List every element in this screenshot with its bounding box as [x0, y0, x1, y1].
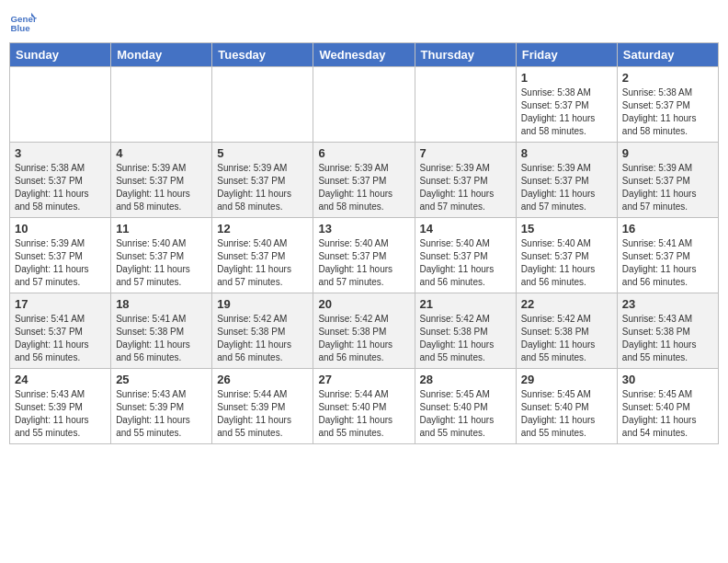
- calendar-cell: 30Sunrise: 5:45 AM Sunset: 5:40 PM Dayli…: [617, 369, 718, 444]
- day-number: 3: [15, 146, 106, 160]
- calendar-cell: 24Sunrise: 5:43 AM Sunset: 5:39 PM Dayli…: [10, 369, 111, 444]
- day-number: 8: [521, 146, 612, 160]
- calendar-cell: 13Sunrise: 5:40 AM Sunset: 5:37 PM Dayli…: [313, 218, 415, 293]
- cell-info: Sunrise: 5:39 AM Sunset: 5:37 PM Dayligh…: [116, 162, 207, 213]
- day-number: 22: [521, 297, 612, 311]
- calendar-cell: 8Sunrise: 5:39 AM Sunset: 5:37 PM Daylig…: [516, 143, 617, 218]
- svg-text:Blue: Blue: [11, 23, 31, 33]
- calendar-cell: 17Sunrise: 5:41 AM Sunset: 5:37 PM Dayli…: [10, 293, 111, 369]
- cell-info: Sunrise: 5:43 AM Sunset: 5:39 PM Dayligh…: [116, 388, 207, 440]
- cell-info: Sunrise: 5:40 AM Sunset: 5:37 PM Dayligh…: [420, 237, 511, 289]
- day-number: 4: [116, 146, 207, 160]
- calendar-cell: 5Sunrise: 5:39 AM Sunset: 5:37 PM Daylig…: [212, 143, 313, 218]
- cell-info: Sunrise: 5:40 AM Sunset: 5:37 PM Dayligh…: [521, 237, 612, 289]
- day-number: 5: [217, 146, 308, 160]
- weekday-wednesday: Wednesday: [313, 43, 415, 67]
- day-number: 24: [15, 373, 106, 386]
- calendar-cell: 23Sunrise: 5:43 AM Sunset: 5:38 PM Dayli…: [617, 293, 718, 369]
- calendar-cell: 1Sunrise: 5:38 AM Sunset: 5:37 PM Daylig…: [516, 67, 617, 143]
- calendar-week-4: 17Sunrise: 5:41 AM Sunset: 5:37 PM Dayli…: [10, 293, 719, 369]
- cell-info: Sunrise: 5:45 AM Sunset: 5:40 PM Dayligh…: [622, 388, 713, 440]
- calendar-cell: 7Sunrise: 5:39 AM Sunset: 5:37 PM Daylig…: [415, 143, 516, 218]
- weekday-thursday: Thursday: [415, 43, 516, 67]
- calendar-cell: 14Sunrise: 5:40 AM Sunset: 5:37 PM Dayli…: [415, 218, 516, 293]
- calendar-week-5: 24Sunrise: 5:43 AM Sunset: 5:39 PM Dayli…: [10, 369, 719, 444]
- calendar-cell: 27Sunrise: 5:44 AM Sunset: 5:40 PM Dayli…: [313, 369, 415, 444]
- calendar-cell: 9Sunrise: 5:39 AM Sunset: 5:37 PM Daylig…: [617, 143, 718, 218]
- day-number: 12: [217, 222, 308, 236]
- day-number: 21: [420, 297, 511, 311]
- day-number: 13: [318, 222, 409, 236]
- day-number: 19: [217, 297, 308, 311]
- cell-info: Sunrise: 5:40 AM Sunset: 5:37 PM Dayligh…: [318, 237, 409, 289]
- cell-info: Sunrise: 5:45 AM Sunset: 5:40 PM Dayligh…: [420, 388, 511, 440]
- calendar-cell: 28Sunrise: 5:45 AM Sunset: 5:40 PM Dayli…: [415, 369, 516, 444]
- cell-info: Sunrise: 5:39 AM Sunset: 5:37 PM Dayligh…: [420, 162, 511, 213]
- calendar-cell: 4Sunrise: 5:39 AM Sunset: 5:37 PM Daylig…: [111, 143, 212, 218]
- logo: General Blue: [9, 9, 37, 37]
- day-number: 26: [217, 373, 308, 386]
- calendar-cell: 26Sunrise: 5:44 AM Sunset: 5:39 PM Dayli…: [212, 369, 313, 444]
- cell-info: Sunrise: 5:42 AM Sunset: 5:38 PM Dayligh…: [420, 313, 511, 364]
- day-number: 30: [622, 373, 713, 386]
- cell-info: Sunrise: 5:39 AM Sunset: 5:37 PM Dayligh…: [622, 162, 713, 213]
- day-number: 11: [116, 222, 207, 236]
- day-number: 16: [622, 222, 713, 236]
- day-number: 2: [622, 71, 713, 85]
- cell-info: Sunrise: 5:42 AM Sunset: 5:38 PM Dayligh…: [217, 313, 308, 364]
- calendar-cell: 3Sunrise: 5:38 AM Sunset: 5:37 PM Daylig…: [10, 143, 111, 218]
- cell-info: Sunrise: 5:38 AM Sunset: 5:37 PM Dayligh…: [15, 162, 106, 213]
- cell-info: Sunrise: 5:45 AM Sunset: 5:40 PM Dayligh…: [521, 388, 612, 440]
- cell-info: Sunrise: 5:42 AM Sunset: 5:38 PM Dayligh…: [521, 313, 612, 364]
- calendar-week-3: 10Sunrise: 5:39 AM Sunset: 5:37 PM Dayli…: [10, 218, 719, 293]
- cell-info: Sunrise: 5:43 AM Sunset: 5:38 PM Dayligh…: [622, 313, 713, 364]
- calendar-cell: 21Sunrise: 5:42 AM Sunset: 5:38 PM Dayli…: [415, 293, 516, 369]
- weekday-sunday: Sunday: [10, 43, 111, 67]
- logo-icon: General Blue: [9, 9, 37, 37]
- calendar-cell: 19Sunrise: 5:42 AM Sunset: 5:38 PM Dayli…: [212, 293, 313, 369]
- weekday-header-row: SundayMondayTuesdayWednesdayThursdayFrid…: [10, 43, 719, 67]
- cell-info: Sunrise: 5:44 AM Sunset: 5:39 PM Dayligh…: [217, 388, 308, 440]
- day-number: 1: [521, 71, 612, 85]
- cell-info: Sunrise: 5:38 AM Sunset: 5:37 PM Dayligh…: [521, 86, 612, 138]
- calendar-cell: 15Sunrise: 5:40 AM Sunset: 5:37 PM Dayli…: [516, 218, 617, 293]
- day-number: 27: [318, 373, 409, 386]
- calendar-body: 1Sunrise: 5:38 AM Sunset: 5:37 PM Daylig…: [10, 67, 719, 444]
- day-number: 25: [116, 373, 207, 386]
- weekday-friday: Friday: [516, 43, 617, 67]
- cell-info: Sunrise: 5:41 AM Sunset: 5:37 PM Dayligh…: [622, 237, 713, 289]
- calendar-cell: 12Sunrise: 5:40 AM Sunset: 5:37 PM Dayli…: [212, 218, 313, 293]
- calendar-cell: 25Sunrise: 5:43 AM Sunset: 5:39 PM Dayli…: [111, 369, 212, 444]
- day-number: 7: [420, 146, 511, 160]
- day-number: 14: [420, 222, 511, 236]
- calendar-cell: 18Sunrise: 5:41 AM Sunset: 5:38 PM Dayli…: [111, 293, 212, 369]
- day-number: 10: [15, 222, 106, 236]
- calendar-cell: 22Sunrise: 5:42 AM Sunset: 5:38 PM Dayli…: [516, 293, 617, 369]
- cell-info: Sunrise: 5:38 AM Sunset: 5:37 PM Dayligh…: [622, 86, 713, 138]
- cell-info: Sunrise: 5:40 AM Sunset: 5:37 PM Dayligh…: [217, 237, 308, 289]
- page-header: General Blue: [9, 9, 719, 37]
- cell-info: Sunrise: 5:39 AM Sunset: 5:37 PM Dayligh…: [521, 162, 612, 213]
- day-number: 9: [622, 146, 713, 160]
- day-number: 29: [521, 373, 612, 386]
- weekday-tuesday: Tuesday: [212, 43, 313, 67]
- calendar-cell: [212, 67, 313, 143]
- calendar-cell: 29Sunrise: 5:45 AM Sunset: 5:40 PM Dayli…: [516, 369, 617, 444]
- cell-info: Sunrise: 5:40 AM Sunset: 5:37 PM Dayligh…: [116, 237, 207, 289]
- cell-info: Sunrise: 5:39 AM Sunset: 5:37 PM Dayligh…: [217, 162, 308, 213]
- calendar-cell: [111, 67, 212, 143]
- calendar-table: SundayMondayTuesdayWednesdayThursdayFrid…: [9, 42, 719, 444]
- day-number: 18: [116, 297, 207, 311]
- day-number: 15: [521, 222, 612, 236]
- cell-info: Sunrise: 5:43 AM Sunset: 5:39 PM Dayligh…: [15, 388, 106, 440]
- cell-info: Sunrise: 5:44 AM Sunset: 5:40 PM Dayligh…: [318, 388, 409, 440]
- calendar-cell: 6Sunrise: 5:39 AM Sunset: 5:37 PM Daylig…: [313, 143, 415, 218]
- cell-info: Sunrise: 5:39 AM Sunset: 5:37 PM Dayligh…: [318, 162, 409, 213]
- day-number: 23: [622, 297, 713, 311]
- cell-info: Sunrise: 5:42 AM Sunset: 5:38 PM Dayligh…: [318, 313, 409, 364]
- weekday-monday: Monday: [111, 43, 212, 67]
- calendar-cell: 2Sunrise: 5:38 AM Sunset: 5:37 PM Daylig…: [617, 67, 718, 143]
- day-number: 17: [15, 297, 106, 311]
- day-number: 20: [318, 297, 409, 311]
- day-number: 6: [318, 146, 409, 160]
